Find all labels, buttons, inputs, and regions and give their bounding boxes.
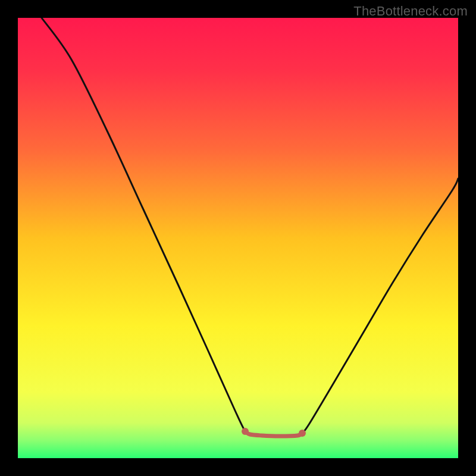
bottleneck-chart [0, 0, 476, 476]
watermark-text: TheBottleneck.com [353, 4, 468, 19]
optimal-start-point [242, 428, 249, 435]
chart-frame: TheBottleneck.com [0, 0, 476, 476]
optimal-end-point [299, 430, 306, 437]
